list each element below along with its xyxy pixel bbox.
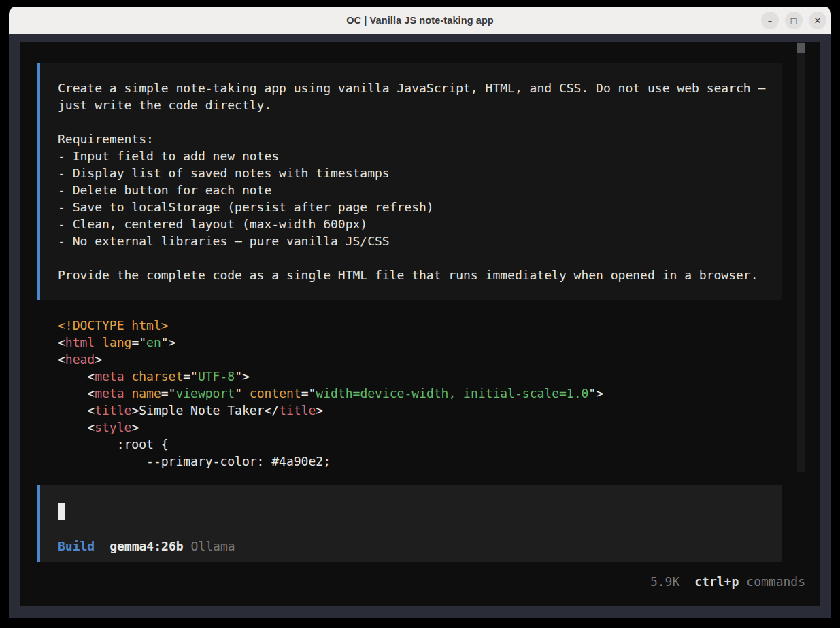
code-line: :root { xyxy=(58,436,603,453)
user-message-line: Requirements: xyxy=(58,130,782,147)
context-size: 5.9K xyxy=(650,573,679,590)
statusbar: 5.9K ctrl+p commands xyxy=(650,573,805,590)
code-line: <meta name="viewport" content="width=dev… xyxy=(58,385,603,402)
scrollbar-thumb[interactable] xyxy=(797,43,805,53)
prompt-input[interactable]: Build gemma4:26b Ollama xyxy=(37,485,782,562)
code-line: <style> xyxy=(58,419,603,436)
user-message-line: - Delete button for each note xyxy=(58,181,782,198)
user-message-line: just write the code directly. xyxy=(58,97,782,114)
user-message-line: - Input field to add new notes xyxy=(58,147,782,164)
code-line: <head> xyxy=(58,351,603,368)
window-title: OC | Vanilla JS note-taking app xyxy=(346,15,494,26)
minimize-icon: – xyxy=(768,16,773,25)
maximize-button[interactable]: □ xyxy=(785,12,803,29)
text-cursor xyxy=(58,503,65,520)
desktop-background: OC | Vanilla JS note-taking app – □ ✕ Cr… xyxy=(0,0,840,628)
shortcut-key: ctrl+p xyxy=(694,573,739,590)
assistant-code-output: <!DOCTYPE html><html lang="en"><head> <m… xyxy=(58,317,603,470)
provider-name: Ollama xyxy=(191,538,235,555)
user-message-line xyxy=(58,114,782,130)
minimize-button[interactable]: – xyxy=(761,12,779,29)
code-line: <meta charset="UTF-8"> xyxy=(58,368,603,385)
user-message: Create a simple note-taking app using va… xyxy=(37,63,782,300)
user-message-line xyxy=(58,249,782,266)
app-window: OC | Vanilla JS note-taking app – □ ✕ Cr… xyxy=(9,7,831,618)
user-message-line: Create a simple note-taking app using va… xyxy=(58,80,782,97)
close-button[interactable]: ✕ xyxy=(809,12,826,29)
user-message-line: Provide the complete code as a single HT… xyxy=(58,266,782,283)
titlebar[interactable]: OC | Vanilla JS note-taking app – □ ✕ xyxy=(9,7,831,34)
maximize-icon: □ xyxy=(790,17,797,24)
code-line: <!DOCTYPE html> xyxy=(58,317,603,334)
close-icon: ✕ xyxy=(814,16,822,25)
tui-screen: Create a simple note-taking app using va… xyxy=(20,42,820,606)
window-controls: – □ ✕ xyxy=(761,12,826,29)
user-message-line: - Display list of saved notes with times… xyxy=(58,164,782,181)
mode-badge: Build xyxy=(58,538,95,555)
shortcut-hint: commands xyxy=(746,573,805,590)
terminal-body: Create a simple note-taking app using va… xyxy=(9,34,831,618)
input-meta-row: Build gemma4:26b Ollama xyxy=(58,538,235,555)
code-line: <title>Simple Note Taker</title> xyxy=(58,402,603,419)
user-message-line: - No external libraries — pure vanilla J… xyxy=(58,232,782,249)
user-message-line: - Save to localStorage (persist after pa… xyxy=(58,198,782,215)
code-line: --primary-color: #4a90e2; xyxy=(58,453,603,470)
code-line: <html lang="en"> xyxy=(58,334,603,351)
model-name: gemma4:26b xyxy=(110,538,183,555)
user-message-line: - Clean, centered layout (max-width 600p… xyxy=(58,215,782,232)
scrollbar-track[interactable] xyxy=(797,42,805,472)
